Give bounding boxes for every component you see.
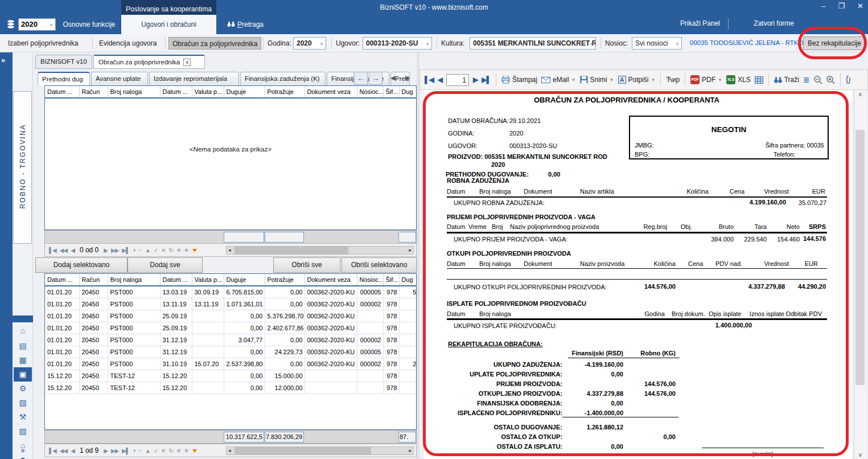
maximize-button[interactable]: ❐ bbox=[838, 2, 845, 10]
grid-cell[interactable]: 978 bbox=[383, 334, 399, 346]
grid-cell[interactable]: PST000 bbox=[108, 322, 160, 334]
filter-funnel-icon[interactable] bbox=[192, 449, 197, 453]
table-row[interactable]: 15.12.2020450TEST-1215.12.200,0015.000,0… bbox=[45, 370, 417, 382]
grid-cell[interactable]: 31.10.19 bbox=[160, 358, 192, 370]
robno-trgovina-module-icon[interactable]: ▣ bbox=[14, 367, 32, 382]
table-row[interactable]: 01.01.2020450PST00013.11.1913.11.191.071… bbox=[45, 298, 417, 310]
grid-cell[interactable]: 13.11.19 bbox=[160, 298, 192, 310]
scroll-down-icon[interactable]: ∨ bbox=[854, 452, 866, 458]
cyrillic-toggle-button[interactable]: Ћир bbox=[666, 76, 680, 84]
next-row-icon[interactable]: ▶ bbox=[104, 247, 108, 253]
table-grid-icon[interactable] bbox=[755, 76, 763, 84]
next-page-icon[interactable]: ▶▶ bbox=[111, 247, 118, 253]
grid-cell[interactable]: 15.12.20 bbox=[45, 382, 79, 394]
bez-rekapitulacije-button[interactable]: Bez rekapitulacije bbox=[803, 36, 866, 50]
table-row[interactable]: 01.01.2020450PST00025.09.190,005.376.298… bbox=[45, 310, 417, 322]
grid-cell[interactable]: 000362-2020-KU bbox=[305, 346, 357, 358]
rail-overflow-button[interactable]: » bbox=[13, 446, 33, 454]
sign-button[interactable]: A Potpiši▼ bbox=[618, 76, 656, 84]
grid-cell[interactable]: 000362-2020-KU bbox=[305, 322, 357, 334]
grid-cell[interactable]: 0,00 bbox=[224, 322, 265, 334]
grid-cell[interactable] bbox=[192, 370, 224, 382]
grid-cell[interactable]: PST000 bbox=[108, 310, 160, 322]
save-button[interactable]: Snimi▼ bbox=[580, 76, 614, 84]
subtab-avansne-uplate[interactable]: Avansne uplate bbox=[91, 72, 148, 85]
table-row[interactable]: 01.01.2020450PST00031.12.190,0024.229,73… bbox=[45, 346, 417, 358]
grid-cell[interactable]: 20450 bbox=[79, 286, 108, 298]
table-row[interactable]: 01.01.2020450PST00025.09.190,002.402.677… bbox=[45, 322, 417, 334]
grid-cell[interactable] bbox=[192, 334, 224, 346]
grid-column-header[interactable]: Valuta p... bbox=[192, 86, 224, 98]
grid-cell[interactable]: 15.12.20 bbox=[160, 370, 192, 382]
settings-gear-icon[interactable]: ⚙ bbox=[14, 382, 32, 396]
obracun-za-poljoprivrednika-button[interactable]: Obračun za poljoprivrednika bbox=[168, 37, 261, 50]
delete-row-icon[interactable]: − bbox=[139, 448, 142, 454]
cancel-edit-icon[interactable]: ✕ bbox=[161, 448, 165, 454]
grid1-hscrollbar[interactable]: ◂▸ bbox=[226, 246, 414, 255]
grid-cell[interactable]: 01.01.20 bbox=[45, 310, 79, 322]
bookmark-icon[interactable]: ✳ bbox=[176, 247, 180, 253]
grid-cell[interactable]: 000362-2020-KU bbox=[305, 286, 357, 298]
grid-cell[interactable]: 000362-2020-KU bbox=[305, 358, 357, 370]
subtab-izdavanje-repromaterijala[interactable]: Izdavanje repromaterijala bbox=[149, 72, 239, 85]
subtab-finansijska-zaduzenja[interactable]: Finansijska zaduženja (K) bbox=[240, 72, 326, 85]
grid-cell[interactable]: 0,00 bbox=[224, 346, 265, 358]
grid-cell[interactable]: 20450 bbox=[79, 346, 108, 358]
menu-osnovne-funkcije[interactable]: Osnovne funkcije bbox=[57, 15, 121, 34]
document-export-icon[interactable]: ▧ bbox=[14, 396, 32, 410]
grid-cell[interactable]: 1.071.361,01 bbox=[224, 298, 265, 310]
thumbnails-list-icon[interactable]: ≣ bbox=[803, 75, 810, 84]
table-row[interactable]: 15.12.2020450TEST-1215.12.200,0012.000,0… bbox=[45, 382, 417, 394]
grid-cell[interactable]: 978 bbox=[383, 370, 399, 382]
grid-cell[interactable]: 000002 bbox=[357, 358, 383, 370]
grid-cell[interactable] bbox=[192, 310, 224, 322]
grid-column-header[interactable]: Potražuje bbox=[265, 86, 305, 98]
grid-cell[interactable]: 25.09.19 bbox=[160, 310, 192, 322]
grid-cell[interactable]: 15.07.20 bbox=[192, 358, 224, 370]
finansijska-zaduzenja-grid[interactable]: Datum ...RačunBroj nalogaDatum ...Valuta… bbox=[44, 273, 417, 430]
goto-bookmark-icon[interactable]: ✳ bbox=[184, 448, 188, 454]
grid-cell[interactable] bbox=[192, 382, 224, 394]
grid-column-header[interactable]: Dokument veza bbox=[305, 274, 357, 286]
prev-row-icon[interactable]: ◀ bbox=[71, 247, 75, 253]
subtab-scroll-right-button[interactable]: → bbox=[369, 72, 382, 85]
last-row-icon[interactable]: ▶▌ bbox=[122, 448, 129, 454]
grid-cell[interactable]: 978 bbox=[383, 322, 399, 334]
cancel-edit-icon[interactable]: ✕ bbox=[161, 247, 165, 253]
grid-cell[interactable]: 25.09.19 bbox=[160, 322, 192, 334]
table-row[interactable]: 01.01.2020450PST00013.03.1930.09.196.705… bbox=[45, 286, 417, 298]
godina-select[interactable]: 2020▼ bbox=[293, 37, 326, 50]
grid-column-header[interactable]: Dug bbox=[399, 86, 417, 98]
edit-row-icon[interactable]: ▲ bbox=[145, 247, 150, 253]
grid-column-header[interactable]: Broj naloga bbox=[108, 86, 160, 98]
grid-cell[interactable]: PST000 bbox=[108, 346, 160, 358]
grid-cell[interactable] bbox=[357, 382, 383, 394]
grid-cell[interactable]: 01.01.20 bbox=[45, 322, 79, 334]
grid-cell[interactable]: 01.01.20 bbox=[45, 334, 79, 346]
first-row-icon[interactable]: ▌◀ bbox=[49, 448, 56, 454]
zoom-in-icon[interactable] bbox=[826, 76, 835, 84]
grid-column-header[interactable]: Datum ... bbox=[45, 86, 79, 98]
grid-cell[interactable]: 0,00 bbox=[224, 370, 265, 382]
grid-cell[interactable]: 9 bbox=[399, 298, 417, 310]
refresh-icon[interactable]: ↻ bbox=[169, 247, 173, 253]
first-row-icon[interactable]: ▌◀ bbox=[49, 247, 56, 253]
grid-cell[interactable] bbox=[305, 370, 357, 382]
grid-cell[interactable]: 31.12.19 bbox=[160, 346, 192, 358]
grid-column-header[interactable]: Šif... bbox=[383, 274, 399, 286]
journal-icon[interactable]: ▤ bbox=[14, 339, 32, 353]
scroll-thumb[interactable] bbox=[855, 130, 865, 385]
grid-cell[interactable]: 31.12.19 bbox=[160, 334, 192, 346]
dodaj-sve-button[interactable]: Dodaj sve bbox=[127, 257, 203, 273]
grid-column-header[interactable]: Duguje bbox=[224, 274, 265, 286]
last-page-icon[interactable]: ▶▌ bbox=[482, 76, 491, 84]
grid-cell[interactable]: 978 bbox=[383, 298, 399, 310]
prethodni-dug-grid[interactable]: Datum ...RačunBroj nalogaDatum ...Valuta… bbox=[44, 85, 417, 230]
doc-tab-obracun[interactable]: Obračun za poljoprivrednikax bbox=[93, 55, 205, 69]
delete-row-icon[interactable]: − bbox=[139, 247, 142, 253]
grid-cell[interactable] bbox=[192, 346, 224, 358]
grid-cell[interactable] bbox=[192, 322, 224, 334]
first-page-icon[interactable]: ▌◀ bbox=[425, 76, 434, 84]
grid-cell[interactable]: 000002 bbox=[357, 298, 383, 310]
grid2-hscrollbar[interactable]: ◂▸ bbox=[226, 446, 414, 455]
